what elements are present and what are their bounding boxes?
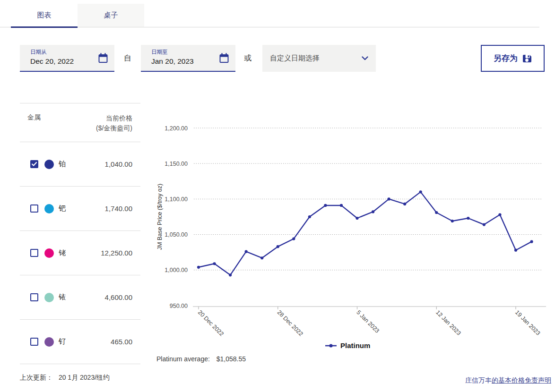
- x-axis-tick-label: 12 Jan 2023: [434, 309, 462, 337]
- data-point: [260, 256, 263, 259]
- data-point: [483, 223, 486, 226]
- disclaimer-prefix: 庄信万丰: [465, 376, 492, 384]
- data-point: [292, 238, 295, 240]
- x-axis-tick-label: 19 Jan 2023: [514, 309, 542, 337]
- data-point: [403, 203, 406, 205]
- data-point: [356, 217, 358, 220]
- series-line-platinum: [199, 192, 532, 275]
- data-point: [435, 211, 438, 214]
- platinum-average: Platinum average: $1,058.55: [156, 355, 246, 363]
- data-point: [372, 210, 374, 213]
- disclaimer-link[interactable]: 的基本价格免责声明: [492, 376, 551, 384]
- data-point: [467, 217, 469, 220]
- data-point: [498, 213, 501, 216]
- legend-label: Platinum: [340, 341, 370, 349]
- data-point: [277, 245, 279, 248]
- disclaimer: 庄信万丰的基本价格免责声明: [465, 376, 551, 385]
- data-point: [530, 240, 533, 243]
- legend-item-platinum[interactable]: Platinum: [325, 341, 370, 349]
- y-axis-tick-label: 1,050.00: [165, 231, 188, 238]
- data-point: [451, 220, 454, 222]
- y-axis-tick-label: 1,150.00: [165, 161, 188, 167]
- y-axis-tick-label: 1,100.00: [165, 196, 188, 203]
- x-axis-tick-label: 28 Dec 2022: [276, 309, 304, 337]
- x-axis-tick-label: 5 Jan 2023: [355, 309, 381, 334]
- y-axis-tick-label: 1,200.00: [165, 125, 188, 132]
- data-point: [308, 215, 311, 218]
- price-chart: 950.001,000.001,050.001,100.001,150.001,…: [0, 0, 555, 392]
- data-point: [245, 250, 248, 253]
- data-point: [514, 249, 517, 252]
- data-point: [197, 266, 200, 269]
- average-value: $1,058.55: [217, 355, 246, 363]
- data-point: [340, 204, 343, 207]
- data-point: [229, 273, 232, 276]
- average-label: Platinum average:: [156, 355, 210, 363]
- y-axis-title: JM Base Price ($/troy oz): [156, 184, 163, 250]
- metal-price-app: 图表 桌子 日期从 Dec 20, 2022 自 日期至 Jan 20, 202…: [0, 0, 555, 392]
- data-point: [213, 262, 216, 265]
- legend-marker-icon: [325, 343, 337, 348]
- y-axis-tick-label: 950.00: [170, 303, 188, 309]
- data-point: [419, 190, 422, 193]
- y-axis-tick-label: 1,000.00: [165, 267, 188, 273]
- data-point: [388, 197, 390, 200]
- data-point: [324, 204, 327, 207]
- x-axis-tick-label: 20 Dec 2022: [197, 309, 225, 337]
